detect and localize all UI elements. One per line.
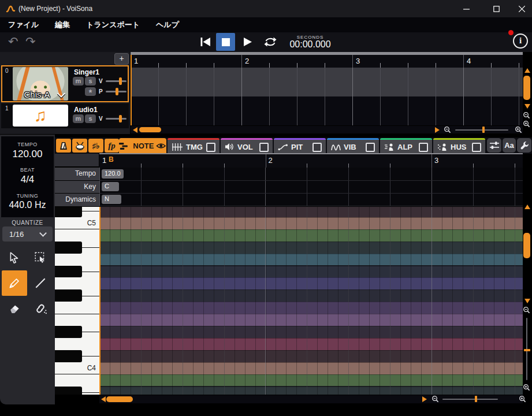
- v-zoom-in-icon[interactable]: [523, 384, 530, 391]
- h-zoom-slider[interactable]: [455, 129, 508, 131]
- tab-pit-checkbox[interactable]: [312, 143, 322, 152]
- black-key-D#4[interactable]: [55, 326, 82, 338]
- loop-button[interactable]: [261, 33, 280, 51]
- menu-file[interactable]: ファイル: [0, 17, 47, 32]
- solo-button[interactable]: s: [85, 114, 96, 123]
- pan-slider[interactable]: [106, 91, 127, 92]
- eye-icon[interactable]: [156, 142, 166, 150]
- h-scrollbar-thumb[interactable]: [106, 396, 133, 402]
- play-button[interactable]: [238, 33, 256, 51]
- v-zoom-slider-handle[interactable]: [524, 349, 530, 351]
- v-scrollbar-thumb[interactable]: [523, 76, 530, 100]
- scroll-up-arrow[interactable]: [524, 68, 530, 73]
- white-key-D4[interactable]: [55, 338, 99, 350]
- white-key-A4[interactable]: [55, 254, 99, 266]
- param-lane-area[interactable]: 120.0 C N: [99, 168, 523, 206]
- maximize-button[interactable]: [486, 2, 506, 15]
- tool-unlink[interactable]: [28, 296, 53, 321]
- drum-button[interactable]: [72, 139, 87, 153]
- accidentals-button[interactable]: ♯♭: [88, 139, 103, 153]
- playhead[interactable]: [99, 207, 101, 395]
- tab-note[interactable]: NOTE: [119, 138, 166, 154]
- scroll-left-arrow[interactable]: [133, 127, 137, 133]
- tempo-event-chip[interactable]: 120.0: [102, 169, 124, 179]
- tool-pencil[interactable]: [2, 270, 27, 296]
- menu-help[interactable]: ヘルプ: [148, 17, 187, 32]
- dynamics-event-chip[interactable]: N: [102, 195, 121, 204]
- white-key-G4[interactable]: [55, 277, 99, 289]
- tab-vib[interactable]: VIB: [327, 138, 379, 154]
- time-display[interactable]: 00:00.000: [282, 39, 338, 50]
- tempo-value[interactable]: 120.00: [1, 148, 54, 160]
- dynamics-lane-label[interactable]: Dynamics: [55, 194, 99, 206]
- h-zoom-slider[interactable]: [442, 399, 498, 400]
- tab-tmg-checkbox[interactable]: [206, 143, 215, 152]
- tuning-value[interactable]: 440.0 Hz: [1, 200, 54, 210]
- font-button[interactable]: Aa: [503, 138, 516, 153]
- playhead[interactable]: [131, 55, 132, 125]
- zoom-in-icon[interactable]: [519, 395, 526, 403]
- black-key-C#5[interactable]: [55, 207, 82, 217]
- add-track-button[interactable]: +: [114, 53, 129, 65]
- scroll-down-arrow[interactable]: [524, 104, 530, 109]
- tab-hus[interactable]: HUS: [433, 138, 485, 154]
- white-key-B4[interactable]: [55, 229, 99, 242]
- black-key-A#3[interactable]: [55, 387, 82, 395]
- scroll-left-arrow[interactable]: [101, 396, 106, 402]
- minimize-button[interactable]: [456, 2, 476, 15]
- tempo-lane-label[interactable]: Tempo: [55, 168, 99, 180]
- key-lane[interactable]: C: [99, 181, 523, 194]
- singer-avatar[interactable]: Chis-A: [13, 67, 68, 101]
- key-event-chip[interactable]: C: [102, 182, 119, 191]
- volume-slider[interactable]: [106, 118, 127, 120]
- v-zoom-out-icon[interactable]: [523, 112, 530, 119]
- dynamics-button[interactable]: fp: [105, 139, 119, 153]
- white-key-B3[interactable]: [55, 374, 99, 387]
- v-scrollbar-thumb[interactable]: [523, 233, 530, 258]
- freeze-button[interactable]: *: [85, 87, 96, 96]
- menu-edit[interactable]: 編集: [47, 17, 78, 32]
- quantize-dropdown[interactable]: 1/16: [2, 226, 53, 242]
- tab-alp-checkbox[interactable]: [419, 143, 428, 152]
- tool-line[interactable]: [28, 270, 53, 296]
- beat-marker[interactable]: B: [109, 155, 114, 164]
- scroll-up-arrow[interactable]: [524, 205, 530, 209]
- zoom-out-icon[interactable]: [431, 395, 439, 403]
- metronome-button[interactable]: [56, 139, 71, 153]
- v-zoom-out-icon[interactable]: [523, 306, 530, 314]
- zoom-out-icon[interactable]: [444, 126, 451, 133]
- piano-keyboard[interactable]: C5C4: [55, 207, 99, 395]
- pan-slider-handle[interactable]: [116, 88, 118, 95]
- zoom-in-icon[interactable]: [515, 126, 522, 133]
- skip-to-start-button[interactable]: [196, 33, 215, 51]
- scroll-right-arrow[interactable]: [422, 396, 427, 402]
- tab-vol-checkbox[interactable]: [259, 143, 269, 152]
- tool-pointer[interactable]: [2, 245, 27, 270]
- tool-marquee-select[interactable]: [28, 245, 53, 270]
- key-lane-label[interactable]: Key: [55, 181, 99, 193]
- undo-button[interactable]: ↶: [8, 35, 18, 49]
- tab-pit[interactable]: PIT: [274, 138, 326, 154]
- white-key-F4[interactable]: [55, 302, 99, 314]
- dynamics-lane[interactable]: N: [99, 194, 523, 206]
- beat-value[interactable]: 4/4: [1, 174, 54, 185]
- menu-transport[interactable]: トランスポート: [78, 17, 148, 32]
- v-zoom-in-icon[interactable]: [523, 120, 530, 128]
- info-button[interactable]: i: [513, 34, 528, 49]
- h-zoom-slider-handle[interactable]: [482, 127, 485, 133]
- arrangement-ruler[interactable]: 1234: [131, 55, 523, 68]
- volume-slider-handle[interactable]: [119, 115, 122, 122]
- tempo-lane[interactable]: 120.0: [99, 168, 523, 181]
- tab-vib-checkbox[interactable]: [366, 143, 375, 152]
- black-key-A#4[interactable]: [55, 242, 82, 254]
- tool-eraser[interactable]: [2, 296, 27, 321]
- piano-roll-ruler[interactable]: 123: [99, 154, 523, 168]
- black-key-F#4[interactable]: [55, 289, 82, 302]
- tab-hus-checkbox[interactable]: [472, 143, 481, 152]
- black-key-G#4[interactable]: [55, 266, 82, 278]
- note-grid[interactable]: [99, 207, 523, 395]
- volume-slider[interactable]: [106, 80, 127, 82]
- redo-button[interactable]: ↷: [25, 35, 36, 49]
- stop-button[interactable]: [216, 33, 235, 51]
- audio-track-thumbnail[interactable]: ♫: [13, 105, 68, 127]
